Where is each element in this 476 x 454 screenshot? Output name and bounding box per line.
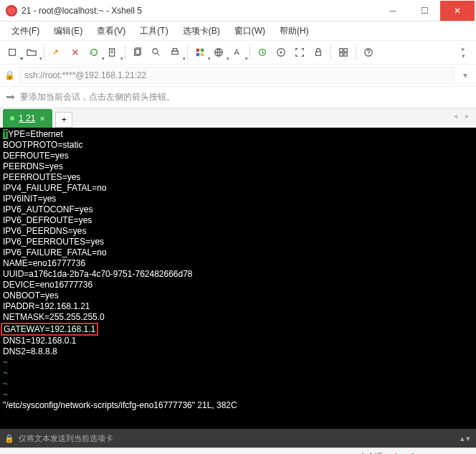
tab-status-dot-icon	[10, 116, 14, 120]
fullscreen-button[interactable]	[291, 44, 308, 61]
toolbar-separator	[356, 45, 356, 60]
web-button[interactable]	[210, 44, 227, 61]
terminal-line: DEFROUTE=yes	[3, 151, 69, 161]
address-dropdown-icon[interactable]: ▾	[459, 70, 472, 80]
terminal-line: IPV6_PEERROUTES=yes	[3, 237, 104, 247]
tab-strip: 1 21 ✕ + ◂ ▸	[0, 108, 476, 128]
print-button[interactable]	[166, 44, 184, 61]
terminal-line: DNS2=8.8.8.8	[3, 346, 57, 356]
terminal-line: PEERROUTES=yes	[3, 172, 80, 182]
menu-file[interactable]: 文件(F)	[6, 24, 45, 39]
svg-rect-0	[9, 49, 16, 56]
tab-nav-arrows[interactable]: ◂ ▸	[454, 112, 472, 120]
svg-point-4	[153, 49, 158, 54]
font-button[interactable]	[229, 44, 246, 61]
find-button[interactable]	[148, 44, 165, 61]
reconnect-button[interactable]	[85, 44, 103, 61]
svg-rect-18	[344, 53, 347, 56]
terminal-line: NETMASK=255.255.255.0	[3, 312, 105, 322]
title-bar: 21 - root@localhost:~ - Xshell 5 ─ ☐ ✕	[0, 0, 476, 22]
toolbar-separator	[187, 45, 188, 60]
copy-button[interactable]	[129, 44, 146, 61]
sendbar-text[interactable]: 仅将文本发送到当前选项卡	[19, 433, 113, 444]
svg-rect-9	[196, 53, 199, 56]
svg-rect-6	[173, 49, 176, 52]
terminal-line: IPADDR=192.168.1.21	[3, 301, 90, 311]
terminal-line: IPV6INIT=yes	[3, 194, 56, 204]
new-session-button[interactable]: +	[4, 44, 22, 61]
app-logo-icon	[6, 5, 17, 16]
terminal-highlighted-line: GATEWAY=192.168.1.1	[1, 323, 98, 336]
menu-window[interactable]: 窗口(W)	[229, 24, 271, 39]
window-title: 21 - root@localhost:~ - Xshell 5	[22, 6, 377, 16]
terminal-line: NAME=eno16777736	[3, 258, 85, 268]
svg-rect-14	[316, 52, 321, 55]
status-sessions: 1 会话	[361, 451, 383, 454]
color-scheme-button[interactable]	[191, 44, 209, 61]
toolbar-separator	[125, 45, 125, 60]
toolbar-separator	[249, 45, 250, 60]
terminal-line: YPE=Ethernet	[8, 129, 62, 139]
tab-active[interactable]: 1 21 ✕	[3, 109, 52, 128]
menu-bar: 文件(F) 编辑(E) 查看(V) 工具(T) 选项卡(B) 窗口(W) 帮助(…	[0, 22, 476, 40]
sendbar-carets-icon[interactable]: ▴▾	[460, 434, 472, 443]
help-button[interactable]	[360, 44, 377, 61]
lock-icon: 🔒	[4, 70, 15, 80]
menu-options[interactable]: 选项卡(B)	[177, 24, 226, 39]
tab-add-button[interactable]: +	[55, 112, 72, 128]
hint-text: 要添加当前会话，点击左侧的箭头按钮。	[20, 91, 175, 103]
menu-tools[interactable]: 工具(T)	[134, 24, 173, 39]
terminal-line: IPV6_DEFROUTE=yes	[3, 215, 92, 225]
terminal-line: PEERDNS=yes	[3, 161, 63, 171]
terminal-line: UUID=a176c1da-2b7a-4c70-9751-762482666d7…	[3, 269, 193, 279]
minimize-button[interactable]: ─	[377, 1, 409, 21]
connect-button[interactable]	[48, 44, 65, 61]
tab-label: 1 21	[19, 113, 35, 123]
menu-help[interactable]: 帮助(H)	[274, 24, 315, 39]
hint-bar: ⮕ 要添加当前会话，点击左侧的箭头按钮。	[0, 86, 476, 108]
disconnect-button[interactable]	[67, 44, 84, 61]
terminal-tilde: ~	[3, 357, 8, 367]
terminal-footer: "/etc/sysconfig/network-scripts/ifcfg-en…	[3, 400, 237, 410]
address-input[interactable]: ssh://root:****@192.168.1.21:22	[19, 67, 454, 84]
terminal-line: ONBOOT=yes	[3, 290, 59, 301]
close-button[interactable]: ✕	[440, 1, 475, 21]
status-bar: ssh://root@192.168.1.21:22 ⎘SSH2 xterm ↔…	[0, 448, 476, 454]
add-session-arrow-icon[interactable]: ⮕	[6, 92, 16, 103]
terminal-tilde: ~	[3, 368, 8, 378]
tab-close-icon[interactable]: ✕	[39, 115, 45, 123]
sendbar-lock-icon: 🔒	[4, 434, 14, 443]
terminal-line: IPV6_FAILURE_FATAL=no	[3, 247, 107, 257]
toolbar-separator	[330, 45, 331, 60]
open-button[interactable]	[23, 44, 40, 61]
menu-edit[interactable]: 编辑(E)	[48, 24, 88, 39]
maximize-button[interactable]: ☐	[409, 1, 440, 21]
menu-view[interactable]: 查看(V)	[91, 24, 131, 39]
send-bar: 🔒 仅将文本发送到当前选项卡 ▴▾	[0, 429, 476, 448]
toolbar: + ▸▾	[0, 40, 476, 65]
terminal-line: BOOTPROTO=static	[3, 140, 82, 150]
transfer-button[interactable]	[272, 44, 290, 61]
svg-rect-8	[201, 49, 204, 52]
svg-rect-10	[201, 53, 204, 56]
svg-rect-7	[196, 49, 199, 52]
terminal-line: IPV4_FAILURE_FATAL=no	[3, 183, 107, 193]
terminal-line: IPV6_PEERDNS=yes	[3, 226, 86, 236]
terminal-line: DNS1=192.168.0.1	[3, 336, 76, 346]
terminal-output[interactable]: TYPE=Ethernet BOOTPROTO=static DEFROUTE=…	[0, 128, 476, 429]
terminal-tilde: ~	[3, 389, 8, 399]
svg-rect-16	[344, 49, 347, 52]
lock-button[interactable]	[310, 44, 327, 61]
svg-rect-17	[340, 53, 343, 56]
svg-rect-15	[340, 49, 343, 52]
properties-button[interactable]	[104, 44, 121, 61]
toolbar-separator	[44, 45, 44, 60]
terminal-line: IPV6_AUTOCONF=yes	[3, 204, 92, 214]
toolbar-overflow-button[interactable]: ▸▾	[454, 44, 472, 61]
terminal-line: DEVICE=eno16777736	[3, 280, 92, 290]
terminal-tilde: ~	[3, 379, 8, 389]
tile-button[interactable]	[335, 44, 352, 61]
script-button[interactable]	[254, 44, 271, 61]
address-bar: 🔒 ssh://root:****@192.168.1.21:22 ▾	[0, 65, 476, 86]
